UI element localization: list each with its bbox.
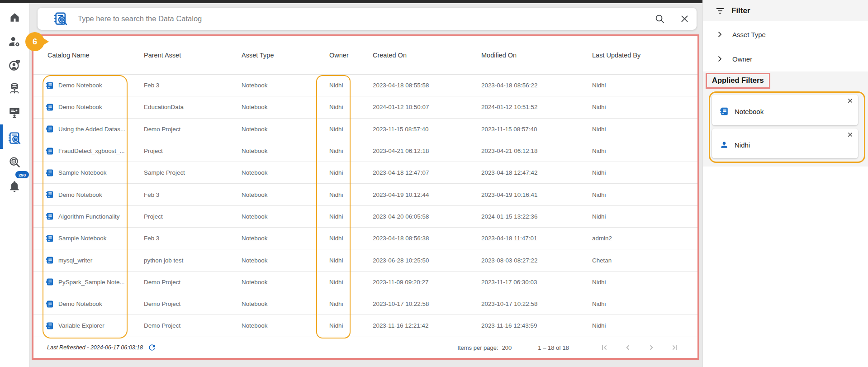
cell-catalog-name: Demo Notebook xyxy=(58,82,102,89)
items-per-page-value[interactable]: 200 xyxy=(502,344,512,351)
cell-parent-asset: Demo Project xyxy=(144,279,242,286)
user-shield-icon xyxy=(8,59,21,71)
remove-filter-icon[interactable] xyxy=(846,97,854,105)
cell-catalog-name: Demo Notebook xyxy=(58,300,102,307)
next-page-icon[interactable] xyxy=(646,343,656,353)
notebook-icon xyxy=(46,103,54,111)
cell-created-on: 2023-11-09 09:20:27 xyxy=(373,279,481,286)
filter-group-asset-type[interactable]: Asset Type xyxy=(703,23,868,46)
cell-asset-type: Notebook xyxy=(242,213,323,220)
sidebar-item-catalog-search[interactable] xyxy=(7,154,22,170)
last-refreshed-label: Last Refreshed - 2024-06-17 06:03:18 xyxy=(47,344,143,351)
cell-owner: Nidhi xyxy=(323,169,373,176)
notebook-icon xyxy=(46,191,54,199)
notebook-icon xyxy=(46,125,54,133)
first-page-icon[interactable] xyxy=(599,343,609,353)
pagination: Items per page: 200 1 – 18 of 18 xyxy=(457,343,687,353)
cell-parent-asset: Feb 3 xyxy=(144,191,242,198)
sidebar-item-training[interactable] xyxy=(7,105,22,120)
notification-count-badge: 298 xyxy=(15,171,29,178)
cell-catalog-name: Demo Notebook xyxy=(58,191,102,198)
chevron-right-icon xyxy=(716,55,723,62)
person-icon xyxy=(720,140,729,149)
cell-parent-asset: Sample Project xyxy=(144,169,242,176)
table-row[interactable]: Demo Notebook Feb 3 Notebook Nidhi 2023-… xyxy=(33,75,697,96)
cell-last-updated-by: Nidhi xyxy=(592,300,697,307)
sidebar-item-notifications[interactable] xyxy=(7,179,22,194)
cell-modified-on: 2023-04-19 10:16:41 xyxy=(481,191,592,198)
cell-asset-type: Notebook xyxy=(242,235,323,242)
cell-catalog-name: Sample Notebook xyxy=(58,235,106,242)
table-row[interactable]: Algorithm Functionality Project Notebook… xyxy=(33,206,697,228)
cell-parent-asset: Feb 3 xyxy=(144,82,242,89)
sidebar-item-user-management[interactable] xyxy=(7,34,22,49)
column-header-created-on: Created On xyxy=(373,52,481,59)
cell-parent-asset: Project xyxy=(144,213,242,220)
cell-catalog-name: Demo Notebook xyxy=(58,104,102,110)
cell-parent-asset: Project xyxy=(144,148,242,154)
cell-parent-asset: python job test xyxy=(144,257,242,264)
data-catalog-icon xyxy=(8,132,21,145)
cell-parent-asset: Demo Project xyxy=(144,300,242,307)
cell-asset-type: Notebook xyxy=(242,191,323,198)
cell-created-on: 2023-06-28 10:25:50 xyxy=(373,257,481,264)
cell-modified-on: 2024-01-15 13:22:36 xyxy=(481,213,592,220)
refresh-icon[interactable] xyxy=(147,343,157,352)
column-header-parent-asset: Parent Asset xyxy=(144,52,242,59)
cell-catalog-name: Algorithm Functionality xyxy=(58,213,119,220)
table-row[interactable]: Demo Notebook EducationData Notebook Nid… xyxy=(33,96,697,118)
bell-icon xyxy=(8,180,21,193)
sidebar-item-data-catalog[interactable] xyxy=(7,130,22,146)
cell-modified-on: 2023-08-03 08:27:22 xyxy=(481,257,592,264)
notebook-icon xyxy=(46,256,54,264)
last-page-icon[interactable] xyxy=(670,343,680,353)
database-cluster-icon xyxy=(8,82,21,95)
cell-created-on: 2023-04-18 08:55:58 xyxy=(373,82,481,89)
cell-modified-on: 2024-01-12 10:51:52 xyxy=(481,104,592,110)
cell-last-updated-by: Nidhi xyxy=(592,148,697,154)
table-row[interactable]: FraudDetect_xgboost_... Project Notebook… xyxy=(33,140,697,162)
table-row[interactable]: Sample Notebook Sample Project Notebook … xyxy=(33,162,697,184)
notebook-icon xyxy=(46,300,54,308)
cell-asset-type: Notebook xyxy=(242,104,323,110)
page-range-label: 1 – 18 of 18 xyxy=(538,344,569,351)
cell-modified-on: 2023-11-17 06:30:03 xyxy=(481,279,592,286)
table-row[interactable]: PySpark_Sample Note... Demo Project Note… xyxy=(33,272,697,293)
data-catalog-icon xyxy=(54,12,68,26)
filter-panel-title: Filter xyxy=(731,6,750,15)
search-input[interactable] xyxy=(68,14,655,24)
table-row[interactable]: Demo Notebook Demo Project Notebook Nidh… xyxy=(33,293,697,315)
home-icon xyxy=(9,11,21,23)
close-icon[interactable] xyxy=(680,14,689,24)
sidebar-item-data-sources[interactable] xyxy=(7,81,22,96)
cell-last-updated-by: Nidhi xyxy=(592,104,697,110)
items-per-page-label: Items per page: xyxy=(457,344,498,351)
sidebar-item-home[interactable] xyxy=(7,9,22,24)
filter-group-label: Owner xyxy=(732,55,752,63)
table-row[interactable]: Sample Notebook Feb 3 Notebook Nidhi 202… xyxy=(33,228,697,249)
sidebar: 298 xyxy=(0,3,29,367)
cell-asset-type: Notebook xyxy=(242,169,323,176)
cell-modified-on: 2023-04-18 11:47:01 xyxy=(481,235,592,242)
notebook-icon xyxy=(46,322,54,330)
table-row[interactable]: Demo Notebook Feb 3 Notebook Nidhi 2023-… xyxy=(33,184,697,205)
filter-group-owner[interactable]: Owner xyxy=(703,48,868,70)
table-row[interactable]: Variable Explorer Demo Project Notebook … xyxy=(33,315,697,337)
table-row[interactable]: mysql_writer python job test Notebook Ni… xyxy=(33,249,697,271)
remove-filter-icon[interactable] xyxy=(846,131,854,138)
chevron-right-icon xyxy=(716,31,723,38)
cell-parent-asset: EducationData xyxy=(144,104,242,110)
cell-created-on: 2023-04-21 06:12:18 xyxy=(373,148,481,154)
cell-catalog-name: PySpark_Sample Note... xyxy=(58,279,125,286)
cell-asset-type: Notebook xyxy=(242,82,323,89)
table-row[interactable]: Using the Added Datas... Demo Project No… xyxy=(33,119,697,140)
previous-page-icon[interactable] xyxy=(623,343,633,353)
search-icon[interactable] xyxy=(655,14,665,24)
sidebar-item-account-info[interactable] xyxy=(7,57,22,73)
cell-created-on: 2023-11-16 12:21:42 xyxy=(373,322,481,329)
cell-owner: Nidhi xyxy=(323,235,373,242)
column-header-last-updated-by: Last Updated By xyxy=(592,52,697,59)
cell-asset-type: Notebook xyxy=(242,279,323,286)
cell-parent-asset: Demo Project xyxy=(144,126,242,133)
notebook-icon xyxy=(46,169,54,177)
